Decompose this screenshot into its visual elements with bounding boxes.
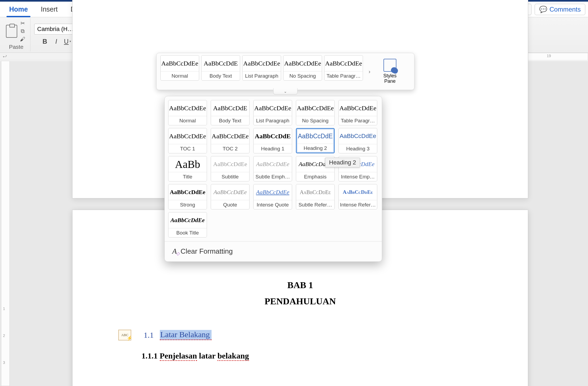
style-label: Normal [161,71,199,80]
style-label: Table Paragr… [339,116,377,125]
vertical-ruler: 1234 [1,61,10,386]
styles-pane-icon [383,59,396,72]
styles-pane-button[interactable]: Styles Pane [378,55,402,88]
style-label: Intense Quote [254,200,292,209]
style-list-paragraph[interactable]: AaBbCcDdEeList Paragraph [242,55,281,81]
style-subtle-refer-[interactable]: AaBbCcDdEeSubtle Refer… [296,184,335,209]
styles-more-icon[interactable]: › [365,55,374,88]
style-label: Heading 2 [297,144,334,153]
section-number: 1.1 [144,330,154,340]
style-preview: AaBbCcDdE [297,129,334,144]
font-name-value: Cambria (H… [37,26,73,33]
style-preview: AaBbCcDdEe [296,100,334,116]
style-heading-3[interactable]: AaBbCcDdEeHeading 3 [338,128,377,153]
italic-button[interactable]: I [51,37,61,46]
section-heading-selected[interactable]: Latar Belakang [160,330,212,340]
style-preview: AaBbCcDdEe [211,156,249,172]
ruler-v-tick: 1 [3,306,5,311]
style-label: Subtle Emph… [254,172,292,181]
style-normal[interactable]: AaBbCcDdEeNormal [160,55,199,81]
paste-label: Paste [9,44,23,50]
style-preview: AaBbCcDdEe [254,156,292,172]
style-preview: AaBbCcDdEe [168,184,207,200]
style-preview: AaBbCcDdEe [211,184,249,200]
styles-expand-chevron-icon[interactable]: ⌄ [273,88,298,95]
clear-formatting-label: Clear Formatting [181,247,233,256]
autocorrect-tag-icon[interactable]: ABC [118,330,131,340]
style-preview: AaBbCcDdEe [296,184,334,200]
style-label: Table Paragr… [324,71,363,80]
style-preview: AaBbCcDdEe [339,128,377,144]
ruler-h-tick: 19 [547,54,551,58]
style-heading-1[interactable]: AaBbCcDdEHeading 1 [253,128,292,153]
style-table-paragr-[interactable]: AaBbCcDdEeTable Paragr… [338,100,377,125]
style-strong[interactable]: AaBbCcDdEeStrong [168,184,207,209]
style-label: Title [168,172,207,181]
styles-quick-strip: AaBbCcDdEeNormalAaBbCcDdEBody TextAaBbCc… [156,53,414,90]
style-label: Body Text [211,116,249,125]
style-preview: AaBbCcDdEe [339,100,377,116]
clear-formatting-icon: A [172,247,177,256]
style-label: No Spacing [296,116,334,125]
clipboard-group: ✂ ⧉ 🖌 Paste [2,18,30,51]
style-preview: AaBbCcDdEe [339,184,377,200]
paste-icon[interactable] [6,25,17,38]
style-preview: AaBbCcDdEe [254,100,292,116]
tab-home[interactable]: Home [3,2,34,17]
style-table-paragr-[interactable]: AaBbCcDdEeTable Paragr… [324,55,363,81]
underline-button[interactable]: U [63,37,72,46]
subsection-word-3: belakang [217,351,249,361]
clear-formatting-item[interactable]: A Clear Formatting [168,242,378,261]
style-toc-2[interactable]: AaBbCcDdEeTOC 2 [211,128,250,153]
subsection-heading: 1.1.1 Penjelasan latar belakang [141,351,482,360]
style-label: Quote [211,200,249,209]
style-subtitle[interactable]: AaBbCcDdEeSubtitle [211,156,250,181]
autocorrect-tag-label: ABC [121,333,129,337]
style-heading-2[interactable]: AaBbCcDdEHeading 2 [296,128,335,153]
style-label: List Paragraph [254,116,292,125]
style-body-text[interactable]: AaBbCcDdEBody Text [201,55,240,81]
style-preview: AaBbCcDdEe [211,128,249,144]
style-book-title[interactable]: AaBbCcDdEeBook Title [168,212,207,237]
style-toc-1[interactable]: AaBbCcDdEeTOC 1 [168,128,207,153]
bold-button[interactable]: B [40,37,50,46]
style-normal[interactable]: AaBbCcDdEeNormal [168,100,207,125]
cut-icon[interactable]: ✂ [19,20,26,26]
style-quote[interactable]: AaBbCcDdEeQuote [211,184,250,209]
style-preview: AaBbCcDdEe [161,56,199,71]
style-intense-quote[interactable]: AaBbCcDdEeIntense Quote [253,184,292,209]
style-body-text[interactable]: AaBbCcDdEBody Text [211,100,250,125]
tab-insert[interactable]: Insert [34,2,64,17]
subsection-word-2: latar [197,351,217,360]
style-label: Emphasis [296,172,334,181]
style-intense-refer-[interactable]: AaBbCcDdEeIntense Refer… [338,184,377,209]
style-label: Subtitle [211,172,249,181]
style-label: Heading 3 [339,144,377,153]
ruler-v-tick: 2 [3,333,5,338]
style-preview: AaBbCcDdEe [324,56,363,71]
style-preview: AaBbCcDdE [202,56,240,71]
tab-selector-icon[interactable]: ⮐ [3,54,7,59]
copy-icon[interactable]: ⧉ [19,28,26,35]
styles-pane-label: Styles Pane [378,73,402,84]
style-preview: AaBbCcDdEe [168,212,207,228]
format-painter-icon[interactable]: 🖌 [19,36,26,43]
style-no-spacing[interactable]: AaBbCcDdEeNo Spacing [296,100,335,125]
tooltip-heading2: Heading 2 [325,158,360,167]
style-subtle-emph-[interactable]: AaBbCcDdEeSubtle Emph… [253,156,292,181]
style-preview: AaBbCcDdEe [243,56,281,71]
style-label: Book Title [168,228,207,237]
style-title[interactable]: AaBbTitle [168,156,207,181]
style-label: Normal [168,116,207,125]
style-label: Heading 1 [254,144,292,153]
style-label: Subtle Refer… [296,200,334,209]
style-no-spacing[interactable]: AaBbCcDdEeNo Spacing [283,55,322,81]
style-preview: AaBbCcDdE [211,100,249,116]
style-preview: AaBbCcDdEe [283,56,322,71]
style-label: Body Text [202,71,240,80]
style-label: List Paragraph [243,71,281,80]
comments-button[interactable]: 💬 Comments [535,4,585,15]
style-list-paragraph[interactable]: AaBbCcDdEeList Paragraph [253,100,292,125]
style-label: TOC 1 [168,144,207,153]
style-label: No Spacing [283,71,322,80]
